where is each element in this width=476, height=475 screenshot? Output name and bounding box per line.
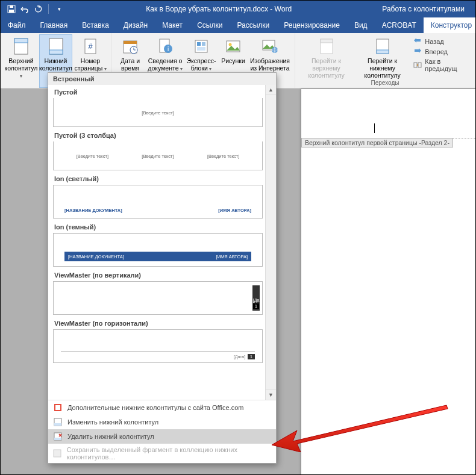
gallery-item-label: Ion (светлый) (53, 172, 274, 185)
svg-rect-31 (55, 405, 60, 410)
goto-footer-button[interactable]: Перейти к нижнему колонтитулу (355, 34, 410, 79)
link-previous-icon (413, 61, 422, 69)
goto-header-icon (317, 37, 336, 56)
group-label-transitions: Переходы (299, 79, 471, 88)
text-cursor (374, 123, 375, 133)
footer-gallery-dropdown: Встроенный ▲ ▼ Пустой [Введите текст] Пу… (48, 72, 277, 464)
tab-mailings[interactable]: Рассылки (230, 17, 277, 33)
gallery-item-label: ViewMaster (по вертикали) (53, 268, 274, 281)
tab-file[interactable]: Файл (1, 17, 33, 33)
gallery-item-ion-light[interactable]: [НАЗВАНИЕ ДОКУМЕНТА][ИМЯ АВТОРА] (53, 185, 263, 219)
office-icon (53, 403, 63, 412)
quick-parts-icon (192, 37, 211, 56)
save-icon[interactable] (7, 4, 16, 14)
menu-more-office[interactable]: Дополнительные нижние колонтитулы с сайт… (48, 400, 276, 415)
nav-forward-button[interactable]: Вперед (411, 47, 471, 57)
menu-delete-footer[interactable]: Удалить нижний колонтитул (48, 429, 276, 444)
edit-footer-icon (53, 417, 63, 427)
group-navigation: Перейти к верхнему колонтитулу Перейти к… (295, 33, 475, 88)
svg-rect-29 (418, 63, 421, 67)
window-title: Как в Ворде убрать колонтитул.docx - Wor… (64, 5, 374, 13)
svg-rect-36 (54, 450, 61, 457)
svg-text:#: # (88, 42, 93, 51)
nav-as-previous-button[interactable]: Как в предыдущ (411, 57, 471, 73)
nav-back-button[interactable]: Назад (411, 37, 471, 46)
header-label-1: Верхний (8, 57, 33, 64)
tab-acrobat[interactable]: ACROBAT (375, 17, 424, 33)
tab-constructor[interactable]: Конструктор (424, 17, 476, 33)
svg-rect-16 (197, 42, 201, 46)
menu-edit-footer[interactable]: Изменить нижний колонтитул (48, 415, 276, 429)
goto-footer-icon (373, 37, 392, 56)
redo-icon[interactable] (33, 4, 43, 14)
svg-rect-27 (377, 50, 389, 54)
undo-icon[interactable] (20, 4, 30, 14)
header-label-2: колонтитул (4, 64, 38, 79)
gallery-item-ion-dark[interactable]: [НАЗВАНИЕ ДОКУМЕНТА][ИМЯ АВТОРА] (53, 233, 263, 267)
quick-access-toolbar: ▾ (3, 4, 64, 14)
customize-qat-icon[interactable]: ▾ (54, 4, 64, 14)
tab-view[interactable]: Вид (347, 17, 375, 33)
back-icon (413, 37, 422, 46)
gallery-item-label: Пустой (3 столбца) (53, 128, 274, 141)
gallery-body: ▲ ▼ Пустой [Введите текст] Пустой (3 сто… (48, 85, 276, 400)
online-picture-icon (260, 37, 280, 56)
tab-review[interactable]: Рецензирование (277, 17, 347, 33)
header-button[interactable]: Верхний колонтитул (4, 34, 38, 88)
pagenum-label-2: страницы (74, 64, 106, 72)
svg-text:i: i (168, 46, 169, 52)
tab-insert[interactable]: Вставка (75, 17, 116, 33)
tab-home[interactable]: Главная (33, 17, 75, 33)
svg-rect-35 (54, 438, 61, 440)
svg-rect-4 (14, 39, 28, 43)
delete-footer-icon (53, 432, 63, 441)
svg-rect-33 (54, 423, 61, 426)
gallery-header: Встроенный (48, 73, 276, 85)
gallery-item-blank[interactable]: [Введите текст] (53, 98, 263, 127)
contextual-tab-label: Работа с колонтитулами (374, 1, 473, 17)
svg-rect-28 (414, 63, 417, 67)
gallery-item-label: Пустой (53, 85, 274, 98)
annotation-arrow (266, 398, 453, 452)
goto-header-button: Перейти к верхнему колонтитулу (299, 34, 354, 79)
document-info-icon: i (155, 37, 175, 56)
svg-rect-10 (124, 41, 137, 44)
gallery-item-label: Ion (темный) (53, 220, 274, 233)
tab-design[interactable]: Дизайн (116, 17, 155, 33)
forward-icon (413, 48, 422, 56)
tab-references[interactable]: Ссылки (190, 17, 230, 33)
page-number-icon: # (81, 37, 100, 56)
gallery-item-viewmaster-h[interactable]: [Дата]1 (53, 329, 263, 363)
gallery-item-viewmaster-v[interactable]: [Да1 (53, 281, 263, 315)
ribbon-tabs: Файл Главная Вставка Дизайн Макет Ссылки… (1, 17, 475, 33)
save-selection-icon (53, 449, 62, 458)
menu-save-selection: Сохранить выделенный фрагмент в коллекци… (48, 444, 276, 463)
svg-rect-2 (9, 10, 14, 13)
header-section-tag: Верхний колонтитул первой страницы -Разд… (301, 138, 453, 147)
pagenum-label-1: Номер (81, 57, 100, 64)
gallery-item-blank-3col[interactable]: [Введите текст][Введите текст][Введите т… (53, 141, 263, 170)
title-bar: ▾ Как в Ворде убрать колонтитул.docx - W… (1, 1, 475, 17)
gallery-scrollbar[interactable]: ▲ ▼ (265, 85, 276, 400)
svg-rect-18 (197, 47, 205, 51)
svg-rect-6 (49, 50, 63, 54)
footer-label-1: Нижний (44, 57, 67, 64)
svg-point-20 (229, 43, 232, 46)
gallery-footer: Дополнительные нижние колонтитулы с сайт… (48, 400, 276, 463)
svg-rect-17 (202, 42, 205, 46)
picture-icon (224, 37, 243, 56)
scroll-up-icon[interactable]: ▲ (266, 85, 276, 95)
footer-icon (46, 37, 66, 56)
gallery-item-label: ViewMaster (по горизонтали) (53, 316, 274, 329)
calendar-icon (121, 37, 140, 56)
header-icon (11, 37, 31, 56)
tab-layout[interactable]: Макет (155, 17, 190, 33)
svg-rect-25 (321, 39, 333, 43)
svg-rect-1 (10, 5, 13, 8)
